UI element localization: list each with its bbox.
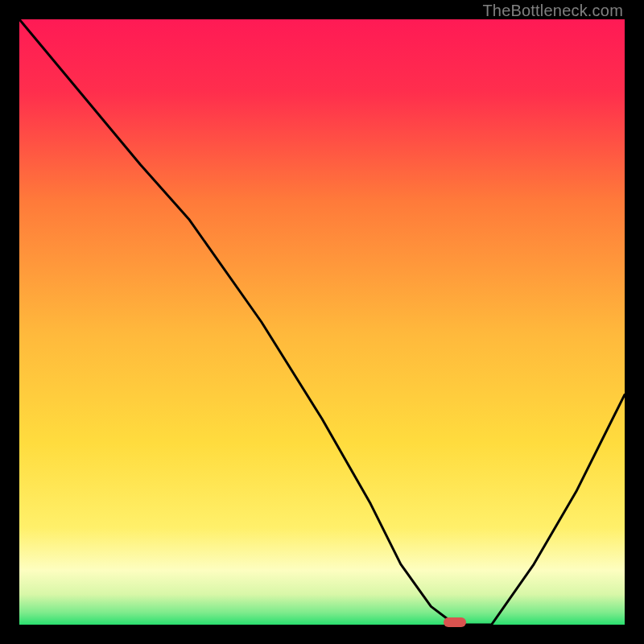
bottleneck-curve (19, 19, 625, 625)
optimal-marker (444, 617, 466, 627)
watermark-text: TheBottleneck.com (482, 2, 623, 20)
